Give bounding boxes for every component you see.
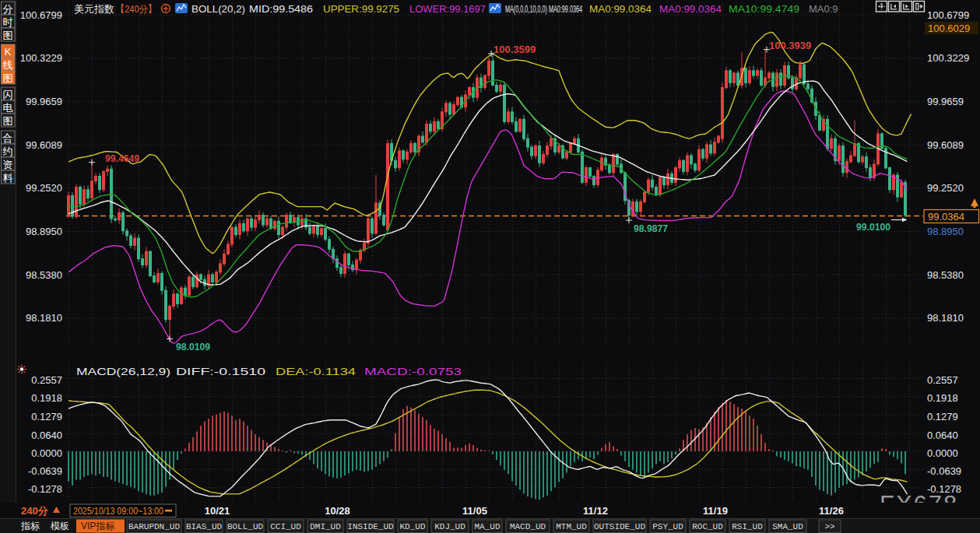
svg-text:MTM_UD: MTM_UD [556, 522, 587, 531]
svg-text:0.2557: 0.2557 [927, 374, 958, 386]
svg-text:-0.0639: -0.0639 [927, 465, 961, 477]
svg-text:电: 电 [3, 102, 13, 114]
svg-text:料: 料 [3, 172, 13, 184]
svg-text:【240分】: 【240分】 [116, 3, 156, 15]
svg-text:资: 资 [3, 159, 13, 170]
svg-text:2025/10/13 09:00~13:00: 2025/10/13 09:00~13:00 [73, 505, 163, 517]
svg-text:99.6089: 99.6089 [927, 139, 964, 151]
svg-text:10/21: 10/21 [205, 505, 230, 517]
svg-text:100.3939: 100.3939 [769, 40, 811, 51]
svg-text:0.0000: 0.0000 [927, 447, 958, 459]
svg-text:指标: 指标 [20, 521, 40, 531]
svg-text:ROC_UD: ROC_UD [692, 522, 723, 531]
svg-text:MA0:9: MA0:9 [809, 3, 838, 15]
svg-text:MACD_UD: MACD_UD [510, 522, 546, 531]
svg-text:0.1279: 0.1279 [31, 411, 62, 423]
svg-text:>>: >> [824, 522, 834, 531]
svg-text:MACD:-0.0753: MACD:-0.0753 [364, 366, 462, 377]
svg-text:UPPER:99.9275: UPPER:99.9275 [323, 3, 399, 15]
svg-text:99.9659: 99.9659 [927, 96, 964, 107]
svg-text:MA(0,0,0,10,0,0) MA0:99.0364: MA(0,0,0,10,0,0) MA0:99.0364 [505, 3, 582, 15]
svg-text:BIAS_UD: BIAS_UD [186, 522, 223, 531]
svg-text:100.3599: 100.3599 [494, 44, 536, 55]
svg-text:99.2520: 99.2520 [927, 182, 964, 194]
svg-text:MA10:99.4749: MA10:99.4749 [729, 3, 799, 15]
svg-text:99.2520: 99.2520 [26, 182, 62, 194]
svg-text:99.9659: 99.9659 [26, 96, 62, 107]
svg-text:MA0:99.0364: MA0:99.0364 [659, 3, 722, 15]
svg-text:0.0000: 0.0000 [31, 447, 62, 459]
svg-text:PSY_UD: PSY_UD [652, 522, 683, 531]
svg-text:11/19: 11/19 [703, 505, 728, 517]
svg-text:-0.0639: -0.0639 [28, 465, 62, 477]
svg-text:合: 合 [3, 132, 13, 144]
svg-text:约: 约 [3, 146, 13, 157]
svg-text:K: K [5, 46, 12, 58]
svg-text:DMI_UD: DMI_UD [310, 522, 341, 531]
svg-text:-0.1278: -0.1278 [28, 483, 62, 495]
svg-text:98.1810: 98.1810 [26, 312, 62, 324]
svg-text:99.0100: 99.0100 [856, 221, 890, 233]
svg-text:MA_UD: MA_UD [474, 522, 500, 531]
svg-text:MACD(26,12,9): MACD(26,12,9) [76, 366, 170, 377]
svg-text:0.0640: 0.0640 [927, 430, 958, 441]
svg-text:98.9877: 98.9877 [634, 223, 668, 234]
svg-text:BARUPDN_UD: BARUPDN_UD [128, 522, 180, 531]
svg-text:图: 图 [3, 72, 13, 84]
svg-text:100.3229: 100.3229 [20, 52, 62, 64]
svg-text:MA0:99.0364: MA0:99.0364 [589, 3, 652, 15]
svg-text:0.1918: 0.1918 [927, 392, 958, 404]
svg-text:图: 图 [3, 115, 13, 127]
svg-text:美元指数: 美元指数 [74, 3, 114, 15]
svg-text:KDJ_UD: KDJ_UD [434, 522, 465, 531]
svg-text:BOLL_UD: BOLL_UD [227, 522, 264, 531]
svg-text:KD_UD: KD_UD [399, 522, 425, 531]
svg-text:98.5380: 98.5380 [26, 269, 62, 281]
svg-text:VIP指标: VIP指标 [81, 521, 115, 531]
svg-text:模板: 模板 [51, 521, 69, 531]
svg-text:图: 图 [3, 30, 13, 41]
svg-text:100.6799: 100.6799 [927, 9, 969, 21]
svg-text:99.0364: 99.0364 [928, 211, 964, 223]
svg-text:100.3229: 100.3229 [927, 52, 969, 64]
svg-text:11/26: 11/26 [819, 505, 844, 517]
svg-text:-0.1278: -0.1278 [927, 483, 961, 495]
svg-text:DEA:-0.1134: DEA:-0.1134 [276, 366, 356, 377]
svg-text:98.1810: 98.1810 [927, 312, 964, 324]
svg-text:CCI_UD: CCI_UD [270, 522, 301, 531]
svg-text:DIFF:-0.1510: DIFF:-0.1510 [176, 366, 265, 377]
svg-text:100.6029: 100.6029 [928, 23, 970, 34]
svg-text:OUTSIDE_UD: OUTSIDE_UD [594, 522, 645, 531]
svg-text:0.2557: 0.2557 [31, 374, 62, 386]
svg-text:MID:99.5486: MID:99.5486 [249, 3, 313, 15]
svg-text:LOWER:99.1697: LOWER:99.1697 [409, 3, 486, 15]
svg-text:98.8950: 98.8950 [26, 226, 62, 237]
svg-text:RSI_UD: RSI_UD [732, 522, 763, 531]
svg-text:INSIDE_UD: INSIDE_UD [347, 522, 394, 531]
svg-text:SMA_UD: SMA_UD [772, 522, 803, 531]
svg-text:0.0640: 0.0640 [31, 430, 62, 441]
svg-text:闪: 闪 [3, 89, 13, 100]
svg-text:0.1918: 0.1918 [31, 392, 62, 404]
svg-text:98.0109: 98.0109 [176, 341, 210, 352]
svg-text:240分: 240分 [21, 505, 49, 517]
svg-text:11/12: 11/12 [583, 505, 608, 517]
svg-text:100.6799: 100.6799 [20, 9, 62, 21]
svg-text:0.1279: 0.1279 [927, 411, 958, 423]
svg-text:99.4649: 99.4649 [105, 153, 139, 164]
svg-text:11/05: 11/05 [462, 505, 487, 517]
svg-text:分: 分 [3, 3, 13, 15]
svg-text:线: 线 [3, 59, 13, 71]
svg-text:98.5380: 98.5380 [927, 269, 964, 281]
svg-text:BOLL(20,2): BOLL(20,2) [191, 3, 245, 15]
svg-text:10/28: 10/28 [325, 505, 350, 517]
svg-text:98.8950: 98.8950 [927, 226, 964, 237]
svg-text:99.6089: 99.6089 [26, 139, 62, 151]
svg-text:时: 时 [3, 16, 13, 28]
